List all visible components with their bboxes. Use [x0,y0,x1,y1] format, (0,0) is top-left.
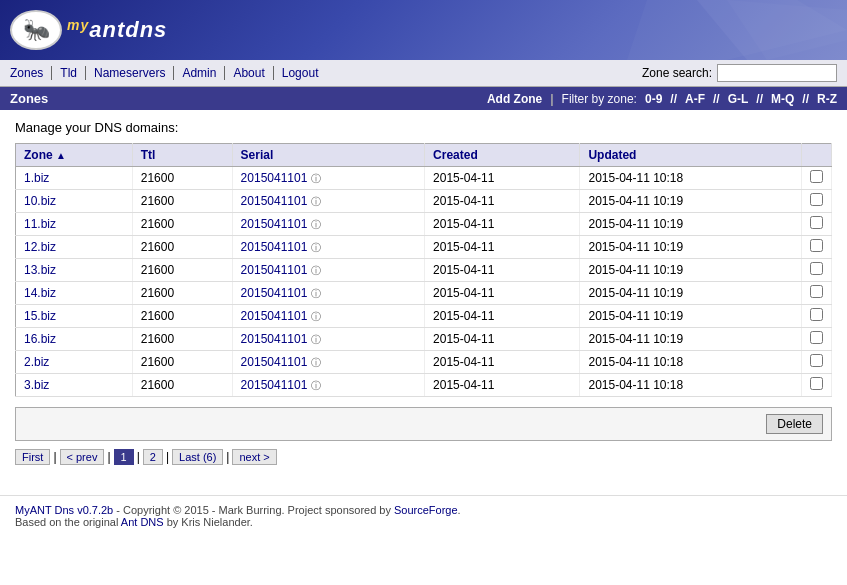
serial-info-icon[interactable]: ⓘ [311,311,321,322]
zone-search-input[interactable] [717,64,837,82]
filter-sep3: // [756,92,763,106]
row-checkbox[interactable] [810,262,823,275]
serial-link[interactable]: 2015041101 [241,240,308,254]
zone-link[interactable]: 3.biz [24,378,49,392]
serial-info-icon[interactable]: ⓘ [311,173,321,184]
serial-link[interactable]: 2015041101 [241,286,308,300]
filter-a-f[interactable]: A-F [685,92,705,106]
logo-antdns: antdns [89,17,167,42]
page-prev[interactable]: < prev [60,449,105,465]
serial-info-icon[interactable]: ⓘ [311,265,321,276]
col-serial[interactable]: Serial [232,144,424,167]
zone-link[interactable]: 1.biz [24,171,49,185]
col-ttl[interactable]: Ttl [132,144,232,167]
nav-links: Zones Tld Nameservers Admin About Logout [10,66,326,80]
table-row: 16.biz 21600 2015041101 ⓘ 2015-04-11 201… [16,328,832,351]
nav-about[interactable]: About [225,66,273,80]
filter-g-l[interactable]: G-L [728,92,749,106]
cell-updated: 2015-04-11 10:19 [580,305,802,328]
serial-info-icon[interactable]: ⓘ [311,380,321,391]
filter-0-9[interactable]: 0-9 [645,92,662,106]
serial-link[interactable]: 2015041101 [241,355,308,369]
row-checkbox[interactable] [810,170,823,183]
cell-serial: 2015041101 ⓘ [232,259,424,282]
footer-based-on: Based on the original [15,516,121,528]
row-checkbox[interactable] [810,285,823,298]
page-first[interactable]: First [15,449,50,465]
serial-info-icon[interactable]: ⓘ [311,288,321,299]
cell-updated: 2015-04-11 10:19 [580,328,802,351]
footer-version-link[interactable]: MyANT Dns v0.7.2b [15,504,113,516]
page-last[interactable]: Last (6) [172,449,223,465]
logo: 🐜 myantdns [10,10,167,50]
table-row: 12.biz 21600 2015041101 ⓘ 2015-04-11 201… [16,236,832,259]
nav-zones[interactable]: Zones [10,66,52,80]
cell-updated: 2015-04-11 10:19 [580,259,802,282]
row-checkbox[interactable] [810,239,823,252]
row-checkbox[interactable] [810,377,823,390]
zone-link[interactable]: 2.biz [24,355,49,369]
col-updated[interactable]: Updated [580,144,802,167]
serial-link[interactable]: 2015041101 [241,378,308,392]
serial-link[interactable]: 2015041101 [241,263,308,277]
serial-info-icon[interactable]: ⓘ [311,357,321,368]
filter-r-z[interactable]: R-Z [817,92,837,106]
zone-link[interactable]: 13.biz [24,263,56,277]
cell-serial: 2015041101 ⓘ [232,190,424,213]
footer: MyANT Dns v0.7.2b - Copyright © 2015 - M… [0,495,847,536]
zone-link[interactable]: 10.biz [24,194,56,208]
row-checkbox[interactable] [810,331,823,344]
cell-checkbox [802,374,832,397]
nav-tld[interactable]: Tld [52,66,86,80]
zone-link[interactable]: 11.biz [24,217,56,231]
zone-link[interactable]: 16.biz [24,332,56,346]
nav-nameservers[interactable]: Nameservers [86,66,174,80]
col-created[interactable]: Created [425,144,580,167]
filter-sep4: // [802,92,809,106]
row-checkbox[interactable] [810,308,823,321]
serial-link[interactable]: 2015041101 [241,332,308,346]
cell-updated: 2015-04-11 10:19 [580,213,802,236]
zones-title-bar: Zones Add Zone | Filter by zone: 0-9 // … [0,87,847,110]
serial-link[interactable]: 2015041101 [241,309,308,323]
zone-link[interactable]: 15.biz [24,309,56,323]
nav-logout[interactable]: Logout [274,66,327,80]
cell-created: 2015-04-11 [425,351,580,374]
row-checkbox[interactable] [810,193,823,206]
footer-antdns-link[interactable]: Ant DNS [121,516,164,528]
page-1[interactable]: 1 [114,449,134,465]
table-row: 3.biz 21600 2015041101 ⓘ 2015-04-11 2015… [16,374,832,397]
dns-table: Zone ▲ Ttl Serial Created Updated 1.biz … [15,143,832,397]
serial-info-icon[interactable]: ⓘ [311,219,321,230]
col-zone[interactable]: Zone ▲ [16,144,133,167]
delete-button[interactable]: Delete [766,414,823,434]
page-next[interactable]: next > [232,449,276,465]
logo-text: myantdns [67,17,167,43]
delete-section: Delete [15,407,832,441]
table-header-row: Zone ▲ Ttl Serial Created Updated [16,144,832,167]
cell-checkbox [802,282,832,305]
cell-updated: 2015-04-11 10:18 [580,374,802,397]
serial-info-icon[interactable]: ⓘ [311,196,321,207]
serial-info-icon[interactable]: ⓘ [311,334,321,345]
serial-link[interactable]: 2015041101 [241,171,308,185]
zone-link[interactable]: 14.biz [24,286,56,300]
footer-period: . [458,504,461,516]
row-checkbox[interactable] [810,216,823,229]
cell-updated: 2015-04-11 10:19 [580,236,802,259]
page-2[interactable]: 2 [143,449,163,465]
app-header: 🐜 myantdns [0,0,847,60]
footer-sourceforge-link[interactable]: SourceForge [394,504,458,516]
row-checkbox[interactable] [810,354,823,367]
nav-admin[interactable]: Admin [174,66,225,80]
serial-link[interactable]: 2015041101 [241,194,308,208]
add-zone-link[interactable]: Add Zone [487,92,542,106]
cell-updated: 2015-04-11 10:19 [580,282,802,305]
footer-line1: MyANT Dns v0.7.2b - Copyright © 2015 - M… [15,504,832,516]
zone-link[interactable]: 12.biz [24,240,56,254]
serial-info-icon[interactable]: ⓘ [311,242,321,253]
serial-link[interactable]: 2015041101 [241,217,308,231]
logo-my: my [67,17,89,33]
filter-m-q[interactable]: M-Q [771,92,794,106]
cell-created: 2015-04-11 [425,236,580,259]
